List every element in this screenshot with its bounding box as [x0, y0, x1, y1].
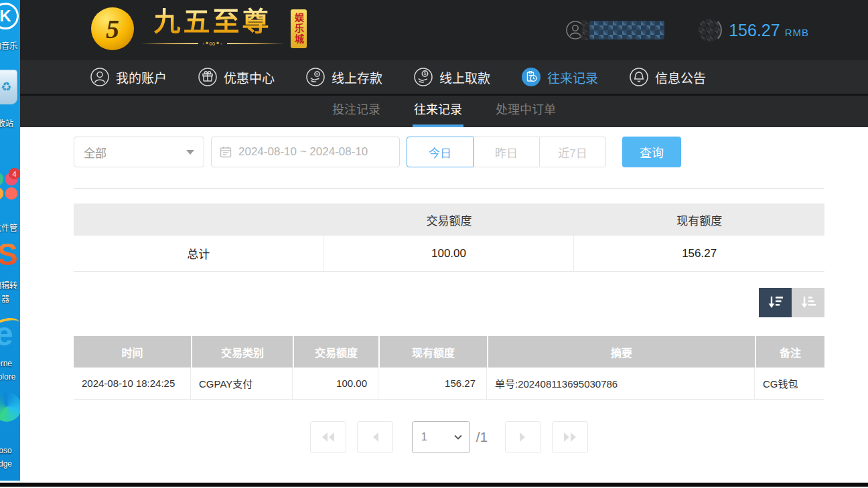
range-button-today[interactable]: 今日: [407, 137, 474, 167]
internet-explorer-label-2: olore: [0, 371, 20, 384]
music-app-label: 向音乐: [0, 40, 20, 53]
internet-explorer-glyph: e: [0, 316, 13, 352]
clover-petal: [0, 187, 3, 200]
logo-coin-icon: 5: [91, 7, 134, 50]
type-select[interactable]: 全部: [74, 137, 204, 167]
col-summary: 摘要: [487, 336, 755, 368]
tab-transaction-records[interactable]: 往来记录: [413, 96, 463, 127]
quick-range-group: 今日 昨日 近7日: [407, 137, 606, 167]
previous-page-button[interactable]: [357, 421, 393, 453]
site-header: 5 九五至尊 ·•∞•· 娱乐城 156.27: [20, 0, 868, 60]
pagination: 1 /1: [74, 421, 824, 453]
nav-item-transaction-records[interactable]: 往来记录: [521, 67, 598, 87]
chevron-down-icon: [186, 150, 194, 155]
recycle-bin-icon[interactable]: ♻: [0, 70, 17, 104]
microsoft-edge-icon[interactable]: [0, 392, 20, 422]
avatar-blur-overlay: [581, 20, 589, 40]
music-app-icon[interactable]: K: [0, 3, 19, 29]
summary-total-label: 总计: [74, 236, 324, 272]
tab-pending-orders[interactable]: 处理中订单: [494, 96, 557, 127]
user-icon: [90, 67, 110, 87]
page-select-value: 1: [421, 431, 427, 443]
nav-label: 我的账户: [116, 68, 167, 86]
summary-trade-amount: 100.00: [324, 236, 575, 272]
gift-icon: [198, 67, 218, 87]
notification-badge: 4: [9, 168, 20, 179]
type-select-value: 全部: [84, 144, 106, 161]
summary-col-current-amount: 现有额度: [574, 204, 824, 236]
sort-row: [74, 288, 824, 317]
brand-badge: 娱乐城: [291, 9, 307, 48]
user-avatar[interactable]: [565, 20, 585, 40]
recycle-bin-glyph: ♻: [0, 70, 17, 104]
total-pages-label: /1: [476, 429, 488, 445]
next-page-button[interactable]: [505, 421, 541, 453]
converter-icon[interactable]: S: [0, 236, 18, 273]
screen: K 向音乐 ♻ 收站 4 文件管 S 编辑转 器 e erne olore: [0, 0, 868, 488]
divider: [74, 188, 824, 189]
search-button[interactable]: 查询: [622, 137, 681, 167]
internet-explorer-icon[interactable]: e: [0, 316, 13, 352]
last-page-button[interactable]: [552, 421, 588, 453]
nav-item-deposit[interactable]: 线上存款: [305, 67, 382, 87]
double-arrow-right-icon: [563, 431, 577, 443]
summary-col-empty: [74, 204, 324, 236]
nav-item-my-account[interactable]: 我的账户: [90, 67, 167, 87]
first-page-button[interactable]: [310, 421, 346, 453]
svg-text:$: $: [424, 71, 427, 76]
wallet-icon[interactable]: [698, 19, 721, 42]
ornament-glyph: ·•∞•·: [198, 38, 226, 48]
music-app-glyph: K: [0, 3, 19, 29]
nav-item-withdraw[interactable]: $ 线上取款: [413, 67, 490, 87]
nav-item-announcements[interactable]: 信息公告: [629, 67, 706, 87]
col-current-amount: 现有额度: [378, 336, 487, 368]
page-select[interactable]: 1: [412, 421, 470, 453]
nav-item-promotions[interactable]: 优惠中心: [198, 67, 275, 87]
records-table-header: 时间 交易类别 交易额度 现有额度 摘要 备注: [74, 336, 824, 368]
cell-note: CG钱包: [755, 368, 824, 400]
range-button-yesterday[interactable]: 昨日: [473, 137, 540, 167]
summary-total-row: 总计 100.00 156.27: [74, 236, 824, 272]
recycle-bin-label: 收站: [0, 118, 20, 131]
summary-table: 交易额度 现有额度 总计 100.00 156.27: [74, 204, 824, 272]
deposit-icon: [305, 67, 326, 87]
sort-descending-button[interactable]: [759, 288, 792, 317]
chevron-down-icon: [454, 434, 462, 440]
col-transaction-type: 交易类别: [191, 336, 293, 368]
tab-betting-records[interactable]: 投注记录: [331, 96, 382, 127]
cell-time: 2024-08-10 18:24:25: [74, 368, 191, 400]
converter-glyph: S: [0, 236, 18, 273]
username-blur: [589, 21, 664, 39]
cell-current-amount: 156.27: [378, 368, 487, 400]
site-logo[interactable]: 5 九五至尊 ·•∞•· 娱乐城: [91, 5, 307, 50]
col-trade-amount: 交易额度: [293, 336, 378, 368]
summary-col-trade-amount: 交易额度: [324, 204, 575, 236]
range-button-last7days[interactable]: 近7日: [539, 137, 606, 167]
nav-label: 信息公告: [655, 68, 706, 86]
file-manager-label: 文件管: [0, 222, 20, 235]
withdraw-icon: $: [413, 67, 433, 87]
converter-label-2: 器: [0, 293, 20, 306]
cell-summary: 单号:202408113695030786: [487, 368, 755, 400]
sort-ascending-button[interactable]: [792, 288, 824, 317]
cell-trade-amount: 100.00: [293, 368, 378, 400]
col-note: 备注: [755, 336, 824, 368]
records-table: 时间 交易类别 交易额度 现有额度 摘要 备注 2024-08-10 18:24…: [74, 336, 824, 400]
date-range-input[interactable]: 2024-08-10 ~ 2024-08-10: [211, 137, 400, 167]
sub-nav: 投注记录 往来记录 处理中订单: [20, 94, 868, 127]
content: 全部 2024-08-10 ~ 2024-08-10 今日: [20, 127, 868, 453]
balance: 156.27 RMB: [729, 21, 809, 40]
table-row: 2024-08-10 18:24:25 CGPAY支付 100.00 156.2…: [74, 368, 824, 400]
clover-petal: [5, 187, 18, 200]
summary-current-amount: 156.27: [574, 236, 824, 272]
browser-page: 5 九五至尊 ·•∞•· 娱乐城 156.27: [20, 0, 868, 488]
file-manager-icon[interactable]: 4: [0, 173, 17, 199]
date-range-value: 2024-08-10 ~ 2024-08-10: [238, 145, 368, 159]
filter-row: 全部 2024-08-10 ~ 2024-08-10 今日: [74, 137, 824, 167]
main-nav: 我的账户 优惠中心: [20, 60, 868, 94]
balance-amount: 156.27: [729, 21, 780, 40]
logo-ornament: ·•∞•·: [141, 38, 285, 48]
clover-petal: [0, 173, 3, 185]
summary-table-header: 交易额度 现有额度: [74, 204, 824, 236]
nav-label: 线上存款: [332, 68, 382, 86]
